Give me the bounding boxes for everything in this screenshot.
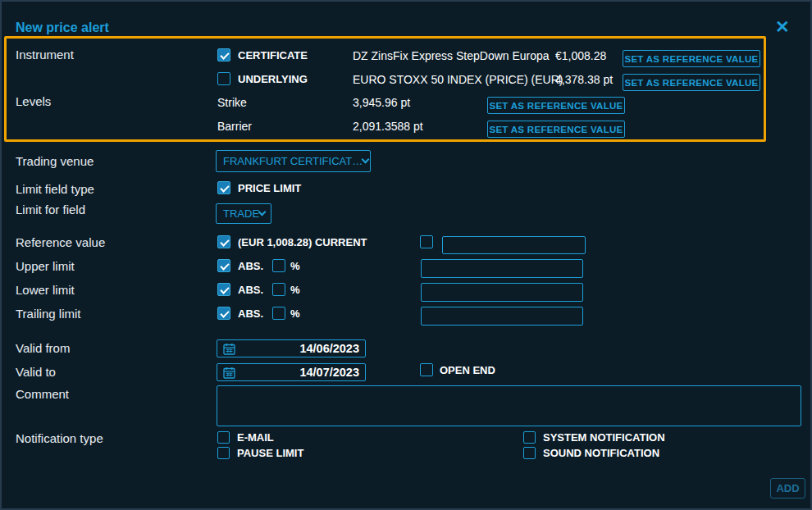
notification-type-label: Notification type — [16, 431, 103, 445]
barrier-label: Barrier — [217, 120, 252, 133]
set-reference-certificate-button[interactable]: SET AS REFERENCE VALUE — [623, 50, 760, 67]
limit-for-field-label: Limit for field — [16, 203, 85, 216]
lower-limit-label: Lower limit — [16, 283, 75, 297]
underlying-label: UNDERLYING — [238, 73, 308, 86]
upper-abs-checkbox[interactable] — [217, 259, 230, 272]
lower-limit-input[interactable] — [421, 283, 583, 302]
underlying-price: 4,378.38 pt — [555, 73, 613, 86]
upper-abs-label: ABS. — [238, 260, 263, 273]
trading-venue-select[interactable]: FRANKFURT CERTIFICAT… — [216, 150, 371, 172]
strike-value: 3,945.96 pt — [353, 96, 410, 109]
chevron-down-icon — [258, 208, 267, 216]
pause-limit-label: PAUSE LIMIT — [237, 447, 303, 460]
valid-to-label: Valid to — [16, 365, 56, 379]
comment-textarea[interactable] — [217, 385, 801, 426]
new-price-alert-dialog: New price alert ✕ Instrument CERTIFICATE… — [0, 0, 812, 510]
trailing-limit-input[interactable] — [421, 307, 583, 326]
valid-from-date-field[interactable]: 14/06/2023 — [217, 339, 366, 357]
trading-venue-value: FRANKFURT CERTIFICAT… — [223, 155, 363, 167]
lower-pct-checkbox[interactable] — [272, 283, 285, 296]
lower-abs-checkbox[interactable] — [217, 283, 230, 296]
email-checkbox[interactable] — [217, 431, 230, 444]
upper-limit-label: Upper limit — [16, 259, 75, 273]
set-reference-strike-button[interactable]: SET AS REFERENCE VALUE — [487, 97, 625, 114]
certificate-price: €1,008.28 — [555, 49, 606, 62]
upper-pct-checkbox[interactable] — [272, 259, 285, 272]
chevron-down-icon — [362, 156, 370, 164]
certificate-checkbox[interactable] — [217, 48, 230, 61]
trailing-abs-checkbox[interactable] — [217, 307, 230, 320]
email-label: E-MAIL — [237, 431, 274, 444]
valid-to-value: 14/07/2023 — [299, 366, 359, 379]
limit-for-field-value: TRADE — [223, 207, 259, 220]
upper-limit-input[interactable] — [421, 259, 583, 278]
upper-pct-label: % — [290, 260, 300, 273]
set-reference-barrier-button[interactable]: SET AS REFERENCE VALUE — [487, 121, 625, 138]
comment-label: Comment — [16, 387, 69, 401]
reference-custom-checkbox[interactable] — [420, 235, 433, 248]
system-notification-label: SYSTEM NOTIFICATION — [543, 431, 665, 444]
price-limit-label: PRICE LIMIT — [238, 182, 301, 195]
strike-label: Strike — [217, 96, 247, 109]
reference-current-label: (EUR 1,008.28) CURRENT — [238, 236, 367, 249]
certificate-name: DZ ZinsFix Express StepDown Europa — [353, 49, 550, 62]
close-button[interactable]: ✕ — [775, 18, 790, 36]
instrument-label: Instrument — [16, 48, 74, 61]
reference-value-label: Reference value — [16, 235, 105, 249]
valid-from-label: Valid from — [16, 341, 70, 355]
trailing-limit-label: Trailing limit — [16, 307, 80, 321]
valid-to-date-field[interactable]: 14/07/2023 — [217, 363, 366, 381]
trailing-abs-label: ABS. — [238, 307, 263, 321]
calendar-icon — [223, 367, 235, 379]
reference-custom-input[interactable] — [442, 236, 586, 254]
calendar-icon — [223, 343, 235, 355]
open-end-checkbox[interactable] — [420, 363, 433, 376]
sound-notification-label: SOUND NOTIFICATION — [543, 447, 659, 460]
trailing-pct-label: % — [290, 307, 300, 321]
pause-limit-checkbox[interactable] — [217, 447, 230, 459]
sound-notification-checkbox[interactable] — [523, 447, 536, 459]
dialog-title: New price alert — [16, 20, 109, 35]
price-limit-checkbox[interactable] — [217, 181, 230, 194]
add-button[interactable]: ADD — [770, 478, 805, 499]
lower-pct-label: % — [290, 284, 300, 297]
underlying-checkbox[interactable] — [217, 72, 230, 85]
valid-from-value: 14/06/2023 — [299, 342, 359, 355]
set-reference-underlying-button[interactable]: SET AS REFERENCE VALUE — [623, 74, 760, 91]
open-end-label: OPEN END — [440, 364, 495, 377]
trailing-pct-checkbox[interactable] — [272, 307, 285, 320]
limit-for-field-select[interactable]: TRADE — [216, 203, 271, 224]
system-notification-checkbox[interactable] — [523, 431, 536, 444]
levels-label: Levels — [16, 94, 51, 108]
underlying-name: EURO STOXX 50 INDEX (PRICE) (EUR) — [353, 73, 563, 86]
barrier-value: 2,091.3588 pt — [353, 120, 423, 133]
certificate-label: CERTIFICATE — [238, 49, 308, 62]
trading-venue-label: Trading venue — [16, 154, 94, 168]
limit-field-type-label: Limit field type — [16, 182, 94, 196]
reference-current-checkbox[interactable] — [217, 235, 230, 248]
lower-abs-label: ABS. — [238, 284, 263, 297]
